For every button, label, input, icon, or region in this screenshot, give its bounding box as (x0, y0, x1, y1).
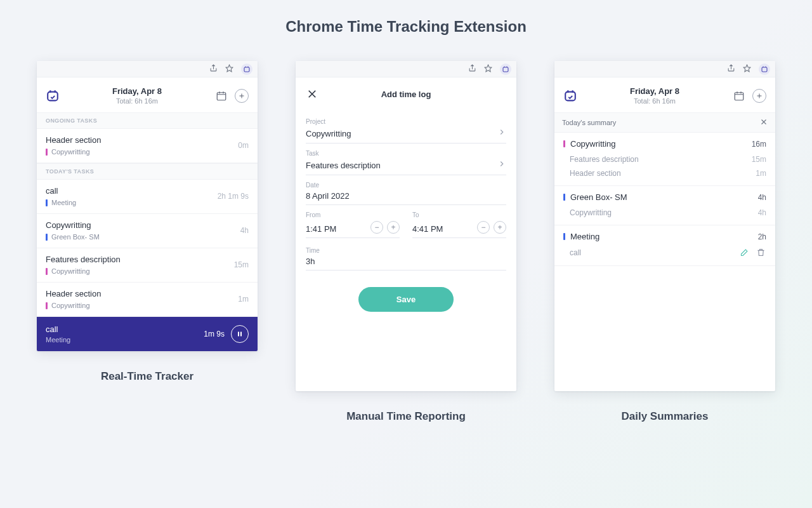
app-logo-icon (46, 89, 60, 103)
extension-icon[interactable] (759, 64, 770, 75)
task-title: Copywritting (46, 220, 235, 230)
caption-manual: Manual Time Reporting (296, 410, 516, 423)
summary-group-total: 16m (752, 140, 766, 149)
svg-rect-9 (762, 67, 767, 72)
task-time: 0m (238, 141, 249, 150)
calendar-button[interactable] (732, 89, 746, 103)
from-minus-button[interactable]: − (370, 221, 383, 234)
star-icon[interactable] (743, 64, 751, 74)
extension-icon[interactable] (241, 64, 252, 75)
date-label: Date (306, 182, 506, 189)
project-color-icon (46, 199, 48, 206)
to-field[interactable]: To 4:41 PM − + (412, 211, 506, 238)
svg-rect-5 (240, 332, 242, 337)
task-row[interactable]: call Meeting 2h 1m 9s (37, 180, 258, 214)
summary-bar-label: Today's summary (562, 119, 616, 126)
summary-group-header[interactable]: Meeting 2h (554, 228, 775, 245)
summary-group-header[interactable]: Green Box- SM 4h (554, 189, 775, 206)
summary-close-button[interactable] (760, 118, 768, 127)
summary-header: Friday, Apr 8 Total: 6h 16m (554, 77, 775, 112)
active-task-project: Meeting (46, 336, 204, 344)
summary-group-header[interactable]: Copywritting 16m (554, 135, 775, 152)
project-field[interactable]: Project Copywritting (306, 118, 506, 144)
tracker-header: Friday, Apr 8 Total: 6h 16m (37, 77, 258, 112)
project-label: Project (306, 118, 506, 125)
project-color-icon (563, 140, 565, 147)
time-value: 3h (306, 257, 315, 266)
task-value: Features description (306, 161, 381, 170)
share-icon[interactable] (468, 64, 476, 74)
to-plus-button[interactable]: + (494, 221, 506, 234)
task-project: Copywritting (51, 302, 90, 309)
save-button[interactable]: Save (358, 287, 454, 312)
summary-item-row[interactable]: Features description 15m (554, 152, 775, 166)
browser-toolbar (37, 61, 258, 77)
task-label: Task (306, 150, 506, 157)
to-value: 4:41 PM (412, 224, 443, 234)
task-time: 15m (234, 260, 249, 269)
browser-toolbar (296, 61, 516, 77)
date-value: 8 April 2022 (306, 191, 350, 201)
from-value: 1:41 PM (306, 224, 336, 234)
task-field[interactable]: Task Features description (306, 150, 506, 175)
task-project: Meeting (51, 199, 76, 206)
task-project: Green Box- SM (51, 233, 100, 241)
add-button[interactable] (752, 89, 766, 103)
task-project: Copywritting (51, 148, 90, 156)
header-total: Total: 6h 16m (66, 97, 208, 105)
task-title: call (46, 186, 213, 196)
svg-rect-2 (48, 91, 58, 100)
summary-item-name: Header section (570, 169, 756, 178)
star-icon[interactable] (225, 64, 233, 74)
from-plus-button[interactable]: + (387, 221, 400, 234)
edit-icon[interactable] (740, 248, 750, 258)
extension-icon[interactable] (500, 64, 511, 75)
task-row[interactable]: Features description Copywritting 15m (37, 248, 258, 283)
close-button[interactable] (304, 86, 320, 102)
summary-item-time: 4h (758, 208, 766, 217)
time-field[interactable]: Time 3h (306, 247, 506, 271)
caption-tracker: Real-Time Tracker (37, 370, 258, 383)
summary-item-name: Features description (570, 155, 752, 164)
task-time: 1m (238, 295, 249, 304)
task-row[interactable]: Header section Copywritting 0m (37, 129, 258, 163)
to-label: To (412, 211, 506, 218)
share-icon[interactable] (209, 64, 218, 74)
svg-marker-0 (226, 65, 233, 72)
pause-button[interactable] (231, 325, 249, 343)
summary-group-name: Meeting (570, 232, 758, 241)
task-title: Features description (46, 255, 229, 264)
to-minus-button[interactable]: − (477, 221, 490, 234)
summary-item-name: Copywritting (570, 208, 758, 217)
time-label: Time (306, 247, 506, 254)
svg-marker-6 (485, 65, 492, 72)
header-total: Total: 6h 16m (584, 97, 726, 105)
share-icon[interactable] (727, 64, 735, 74)
trash-icon[interactable] (756, 248, 766, 258)
task-row[interactable]: Copywritting Green Box- SM 4h (37, 214, 258, 248)
summary-header-bar: Today's summary (554, 112, 775, 133)
task-time: 4h (240, 226, 249, 235)
star-icon[interactable] (484, 64, 492, 74)
svg-rect-3 (217, 92, 226, 100)
svg-rect-7 (503, 67, 508, 72)
manual-panel: Add time log Project Copywritting Task (296, 61, 516, 391)
project-color-icon (563, 233, 565, 240)
summary-item-row[interactable]: call (554, 245, 775, 260)
project-color-icon (46, 302, 48, 309)
page-title: Chrome Time Tracking Extension (0, 0, 812, 61)
summary-item-row[interactable]: Header section 1m (554, 166, 775, 180)
header-date: Friday, Apr 8 (66, 86, 208, 96)
summary-group-total: 2h (758, 232, 766, 241)
calendar-button[interactable] (214, 89, 228, 103)
task-title: Header section (46, 135, 233, 145)
project-color-icon (46, 149, 48, 156)
date-field[interactable]: Date 8 April 2022 (306, 182, 506, 205)
from-field[interactable]: From 1:41 PM − + (306, 211, 400, 238)
add-button[interactable] (235, 89, 249, 103)
summary-item-name: call (570, 248, 740, 257)
summary-item-row[interactable]: Copywritting 4h (554, 206, 775, 220)
summary-group-total: 4h (758, 193, 766, 202)
task-row[interactable]: Header section Copywritting 1m (37, 283, 258, 317)
task-time: 2h 1m 9s (218, 192, 249, 201)
